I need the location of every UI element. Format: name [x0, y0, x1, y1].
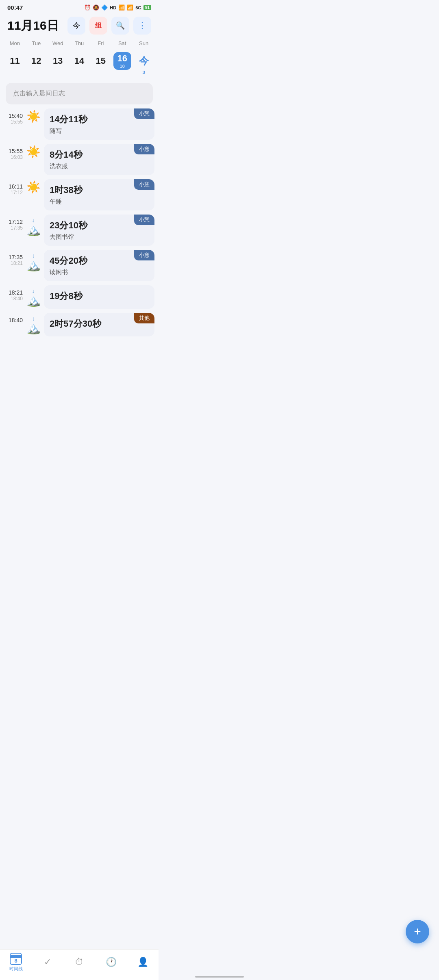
- menu-button[interactable]: 组: [89, 17, 107, 35]
- entry-desc-3: 午睡: [50, 198, 149, 206]
- icon-col-4: ↓ 🏔️: [26, 215, 41, 236]
- day-label-mon: Mon: [4, 39, 26, 48]
- arrow-icon-7: ↓: [32, 315, 35, 322]
- week-date-16[interactable]: 16 10: [111, 50, 133, 76]
- week-date-14[interactable]: 14: [69, 50, 90, 76]
- entry-desc-5: 读闲书: [50, 269, 149, 276]
- week-date-13[interactable]: 13: [47, 50, 69, 76]
- mute-icon: 🔕: [93, 4, 99, 11]
- entry-card-1[interactable]: 小憩 14分11秒 随写: [44, 108, 154, 140]
- icon-col-6: ↓ 🏔️: [26, 285, 41, 306]
- time-start-1: 15:40: [9, 113, 23, 119]
- entry-card-4[interactable]: 小憩 23分10秒 去图书馆: [44, 215, 154, 246]
- status-icons: ⏰ 🔕 🔷 HD 📶 📶 5G 91: [84, 4, 151, 11]
- arrow-icon-5: ↓: [32, 252, 35, 259]
- time-col-7: 18:40: [4, 313, 23, 323]
- timeline-entry-1: 15:40 15:55 ☀️ 小憩 14分11秒 随写: [4, 108, 154, 140]
- header-date: 11月16日: [7, 17, 59, 34]
- entry-card-6[interactable]: 19分8秒: [44, 285, 154, 309]
- timeline-entry-7: 18:40 ↓ 🏔️ 其他 2时57分30秒: [4, 313, 154, 336]
- wifi-icon: 📶: [118, 4, 125, 11]
- sun-icon-3: ☀️: [26, 182, 41, 193]
- bluetooth-icon: 🔷: [101, 4, 108, 11]
- entry-card-2[interactable]: 小憩 8分14秒 洗衣服: [44, 144, 154, 175]
- week-date-12[interactable]: 12: [26, 50, 47, 76]
- time-end-2: 16:03: [11, 154, 23, 160]
- day-label-thu: Thu: [69, 39, 90, 48]
- entry-desc-4: 去图书馆: [50, 233, 149, 241]
- icon-col-5: ↓ 🏔️: [26, 250, 41, 271]
- time-end-6: 18:40: [11, 296, 23, 301]
- status-bar: 00:47 ⏰ 🔕 🔷 HD 📶 📶 5G 91: [0, 0, 159, 13]
- entry-card-3[interactable]: 小憩 1时38秒 午睡: [44, 179, 154, 210]
- week-date-15[interactable]: 15: [90, 50, 111, 76]
- mountain-icon-7: 🏔️: [26, 323, 41, 334]
- more-button[interactable]: ⋮: [133, 17, 151, 35]
- morning-journal-input[interactable]: 点击输入晨间日志: [6, 83, 153, 104]
- hd-icon: HD: [110, 5, 116, 10]
- day-label-sun: Sun: [133, 39, 154, 48]
- entry-tag-3: 小憩: [134, 179, 154, 190]
- time-start-2: 15:55: [9, 148, 23, 154]
- time-start-6: 18:21: [9, 289, 23, 296]
- search-button[interactable]: 🔍: [111, 17, 129, 35]
- time-end-5: 18:21: [11, 260, 23, 266]
- time-col-1: 15:40 15:55: [4, 108, 23, 125]
- time-col-5: 17:35 18:21: [4, 250, 23, 266]
- icon-col-1: ☀️: [26, 108, 41, 122]
- header-actions: 今 组 🔍 ⋮: [67, 17, 151, 35]
- timeline: 15:40 15:55 ☀️ 小憩 14分11秒 随写 15:55 16:03 …: [0, 108, 159, 369]
- icon-col-7: ↓ 🏔️: [26, 313, 41, 334]
- time-col-4: 17:12 17:35: [4, 215, 23, 231]
- week-date-11[interactable]: 11: [4, 50, 26, 76]
- entry-tag-4: 小憩: [134, 215, 154, 225]
- week-days-header: Mon Tue Wed Thu Fri Sat Sun: [4, 39, 154, 48]
- entry-desc-2: 洗衣服: [50, 163, 149, 170]
- timeline-entry-5: 17:35 18:21 ↓ 🏔️ 小憩 45分20秒 读闲书: [4, 250, 154, 281]
- week-calendar: Mon Tue Wed Thu Fri Sat Sun 11 12 13 14 …: [0, 39, 159, 80]
- time-col-6: 18:21 18:40: [4, 285, 23, 301]
- time-col-3: 16:11 17:12: [4, 179, 23, 195]
- timeline-entry-4: 17:12 17:35 ↓ 🏔️ 小憩 23分10秒 去图书馆: [4, 215, 154, 246]
- sun-icon-1: ☀️: [26, 111, 41, 122]
- entry-desc-1: 随写: [50, 127, 149, 135]
- entry-duration-6: 19分8秒: [50, 290, 149, 302]
- status-time: 00:47: [7, 4, 23, 11]
- timeline-entry-3: 16:11 17:12 ☀️ 小憩 1时38秒 午睡: [4, 179, 154, 210]
- signal-icon: 📶: [127, 4, 133, 11]
- day-label-wed: Wed: [47, 39, 69, 48]
- icon-col-3: ☀️: [26, 179, 41, 193]
- arrow-icon-4: ↓: [32, 217, 35, 223]
- header: 11月16日 今 组 🔍 ⋮: [0, 13, 159, 39]
- alarm-icon: ⏰: [84, 4, 91, 11]
- day-label-tue: Tue: [26, 39, 47, 48]
- time-start-5: 17:35: [9, 254, 23, 260]
- icon-col-2: ☀️: [26, 144, 41, 158]
- time-start-7: 18:40: [9, 317, 23, 323]
- day-label-sat: Sat: [111, 39, 133, 48]
- timeline-entry-6: 18:21 18:40 ↓ 🏔️ 19分8秒: [4, 285, 154, 309]
- mountain-icon-5: 🏔️: [26, 260, 41, 271]
- entry-tag-5: 小憩: [134, 250, 154, 260]
- timeline-entry-2: 15:55 16:03 ☀️ 小憩 8分14秒 洗衣服: [4, 144, 154, 175]
- mountain-icon-4: 🏔️: [26, 224, 41, 236]
- time-start-4: 17:12: [9, 219, 23, 225]
- time-end-4: 17:35: [11, 225, 23, 231]
- morning-journal-placeholder: 点击输入晨间日志: [13, 90, 65, 97]
- network-5g: 5G: [135, 5, 141, 10]
- entry-tag-7: 其他: [134, 313, 154, 323]
- time-end-1: 15:55: [11, 119, 23, 125]
- mountain-icon-6: 🏔️: [26, 295, 41, 306]
- entry-card-7[interactable]: 其他 2时57分30秒: [44, 313, 154, 336]
- week-dates: 11 12 13 14 15 16 10 今 3: [4, 50, 154, 76]
- sun-icon-2: ☀️: [26, 146, 41, 158]
- day-label-fri: Fri: [90, 39, 111, 48]
- arrow-icon-6: ↓: [32, 288, 35, 294]
- battery-level: 91: [143, 5, 151, 10]
- time-start-3: 16:11: [9, 183, 23, 190]
- entry-card-5[interactable]: 小憩 45分20秒 读闲书: [44, 250, 154, 281]
- entry-tag-1: 小憩: [134, 108, 154, 119]
- week-date-today[interactable]: 今 3: [133, 50, 154, 76]
- today-button[interactable]: 今: [67, 17, 85, 35]
- entry-tag-2: 小憩: [134, 144, 154, 154]
